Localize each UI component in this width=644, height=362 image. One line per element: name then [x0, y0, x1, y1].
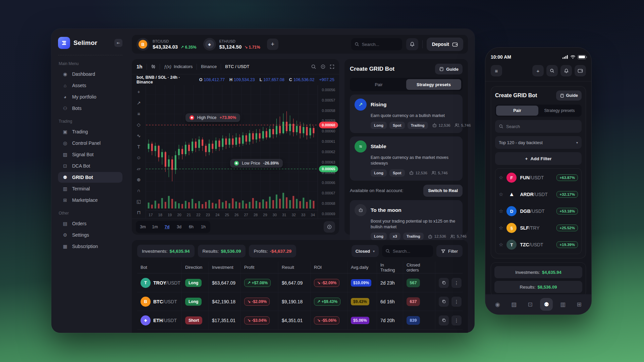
wallet-button[interactable]	[575, 65, 586, 76]
add-ticker-button[interactable]: +	[267, 39, 278, 50]
backtest-dropdown[interactable]: Top 120 - day backtest ▾	[495, 136, 582, 149]
trendline-icon[interactable]: ↗	[135, 100, 143, 107]
timeframe-1m[interactable]: 1m	[149, 222, 161, 232]
positions-search[interactable]	[382, 245, 433, 257]
chart-settings-icon[interactable]	[320, 64, 326, 69]
price-axis[interactable]: 0.000560.000570.000580.000590.000600.000…	[318, 85, 339, 219]
copy-button[interactable]	[439, 278, 449, 288]
menu-button[interactable]: ≡	[491, 65, 502, 76]
deposit-button[interactable]: Deposit	[427, 38, 463, 51]
chart-options-button[interactable]	[324, 221, 335, 233]
lock-icon[interactable]: ⊓	[135, 209, 143, 216]
lasso-icon[interactable]: ◇	[135, 121, 143, 128]
tabbar-terminal-icon[interactable]: ▥	[556, 298, 569, 311]
tab-strategy-presets[interactable]: Strategy presets	[406, 79, 461, 90]
sidebar-item-settings[interactable]: ⚙Settings	[58, 230, 122, 240]
pair-row-tzc[interactable]: ☆TTZC/USDT+19.39%	[499, 236, 578, 253]
sidebar-item-grid-bot[interactable]: ⚉GRID Bot	[58, 172, 122, 183]
indicators-button[interactable]: ƒ(x) Indicators	[164, 64, 193, 69]
chart-timeframe[interactable]: 1h	[137, 64, 143, 69]
pair-search[interactable]: Search	[495, 120, 582, 133]
tabbar-dca-bot-icon[interactable]: ⊡	[524, 298, 537, 311]
sidebar-item-bots[interactable]: ⚇Bots	[58, 103, 122, 114]
star-icon[interactable]: ☆	[499, 242, 503, 248]
tabbar-marketplace-icon[interactable]: ⊞	[573, 298, 586, 311]
add-button[interactable]: +	[532, 65, 544, 76]
table-header: BotDirectionInvestmentProfitResultROIAvg…	[137, 261, 463, 274]
chart-search-icon[interactable]	[311, 64, 316, 69]
status-filter-dropdown[interactable]: Closed ▾	[352, 245, 379, 257]
pair-selector[interactable]: BTC / USDT	[225, 64, 249, 69]
sidebar-item-orders[interactable]: ▤Orders	[58, 218, 122, 229]
sidebar-item-trading[interactable]: ▣Trading	[58, 126, 122, 137]
more-options-button[interactable]: ⋮	[451, 297, 462, 307]
tabbar-signal-bot-icon[interactable]: ▨	[507, 298, 520, 311]
star-icon[interactable]: ☆	[499, 175, 503, 181]
star-icon[interactable]: ☆	[499, 225, 503, 231]
sidebar-item-dca-bot[interactable]: ⊡DCA Bot	[58, 161, 122, 171]
copy-button[interactable]	[439, 297, 449, 307]
text-icon[interactable]: T	[135, 143, 143, 150]
guide-button[interactable]: Guide	[435, 64, 463, 74]
search-button[interactable]	[546, 65, 558, 76]
positions-search-input[interactable]	[393, 249, 430, 254]
guide-button[interactable]: Guide	[556, 90, 582, 101]
preset-card-stable[interactable]: ≈StableEarn quote currency as the market…	[350, 136, 463, 181]
timeframe-3m[interactable]: 3m	[137, 222, 149, 232]
copy-button[interactable]	[439, 315, 449, 325]
edit-icon[interactable]: ◱	[135, 198, 143, 205]
preset-card-to-the-moon[interactable]: To the moonBoost your trading potential …	[350, 200, 463, 244]
timeframe-7d[interactable]: 7d	[161, 222, 173, 232]
pair-row-slf[interactable]: ☆§SLF/TRY+25.52%	[499, 220, 578, 236]
ruler-icon[interactable]: ▱	[135, 165, 143, 172]
tabbar-dashboard-icon[interactable]: ◉	[491, 298, 504, 311]
pair-row-dgb[interactable]: ☆DDGB/USDT+53.18%	[499, 203, 578, 220]
more-options-button[interactable]: ⋮	[451, 278, 462, 288]
sidebar-item-terminal[interactable]: ▥Terminal	[58, 183, 122, 194]
sidebar-item-marketplace[interactable]: ⊞Marketplace	[58, 195, 122, 205]
more-options-button[interactable]: ⋮	[451, 315, 462, 325]
star-icon[interactable]: ☆	[499, 208, 503, 214]
candlestick-plot[interactable]: High Price +73.90% Low Price -26.89%	[146, 85, 318, 210]
ticker-eth[interactable]: ◆ETH/USD$3,124.50↘ 1.71%	[203, 38, 260, 51]
mobile-tab-strategy-presets[interactable]: Strategy presets	[538, 106, 581, 116]
tab-pair[interactable]: Pair	[351, 79, 406, 90]
table-row-btc[interactable]: BBTC/USDTLong$42,190.18↘ -$2.09%$9,190.1…	[137, 292, 463, 311]
global-search[interactable]	[351, 38, 402, 50]
add-filter-button[interactable]: + Add Filter	[495, 152, 582, 165]
switch-to-real-button[interactable]: Switch to Real	[423, 185, 463, 197]
candlestick-style-icon[interactable]	[151, 64, 156, 69]
sidebar-item-control-panel[interactable]: ◎Control Panel	[58, 138, 122, 148]
timeframe-3d[interactable]: 3d	[173, 222, 185, 232]
mobile-tab-pair[interactable]: Pair	[496, 106, 538, 116]
crosshair-icon[interactable]: +	[135, 88, 143, 96]
notifications-button[interactable]	[406, 38, 418, 50]
collapse-sidebar-icon[interactable]: ⇤	[114, 39, 122, 47]
brush-icon[interactable]: ∿	[135, 132, 143, 139]
notifications-button[interactable]	[560, 65, 572, 76]
filter-button[interactable]: Filter	[436, 245, 463, 257]
sliders-icon[interactable]: ≡	[135, 110, 143, 117]
tabbar-grid-bot-icon[interactable]: ⚉	[540, 298, 553, 311]
emoji-icon[interactable]: ☺	[135, 154, 143, 161]
pair-row-fun[interactable]: ☆FFUN/USDT+63.87%	[499, 169, 578, 186]
timeframe-1h[interactable]: 1h	[198, 222, 209, 232]
timeframe-6h[interactable]: 6h	[185, 222, 197, 232]
pair-row-ardr[interactable]: ☆▲ARDR/USDT+32.17%	[499, 186, 578, 203]
table-row-eth[interactable]: ◆ETH/USDTShort$17,351.01↘ -$3.04%$4,351.…	[137, 311, 463, 330]
time-axis[interactable]: 171819202122232425262728293031323334	[146, 210, 318, 219]
search-input[interactable]	[362, 42, 399, 47]
fullscreen-icon[interactable]	[330, 64, 334, 69]
zoom-in-icon[interactable]: ⊕	[135, 176, 143, 183]
ticker-btc[interactable]: BBTC/USD$43,324.03↗ 6.35%	[137, 38, 197, 51]
exchange-selector[interactable]: Binance	[201, 64, 217, 69]
star-icon[interactable]: ☆	[499, 191, 503, 197]
sidebar-item-subscription[interactable]: ▦Subscription	[58, 241, 122, 252]
sidebar-item-my-portfolio[interactable]: ◕My portfolio	[58, 92, 122, 102]
sidebar-item-assets[interactable]: ⌂Assets	[58, 80, 122, 91]
table-row-troy[interactable]: TTROY/USDTLong$63,647.09↗ +$7.08%$6,647.…	[137, 274, 463, 292]
preset-card-rising[interactable]: ↗RisingEarn quote currency on a bullish …	[350, 95, 463, 133]
sidebar-item-signal-bot[interactable]: ▨Signal Bot	[58, 149, 122, 160]
magnet-icon[interactable]: ∩	[135, 187, 143, 194]
sidebar-item-dashboard[interactable]: ◉Dashboard	[58, 69, 122, 79]
